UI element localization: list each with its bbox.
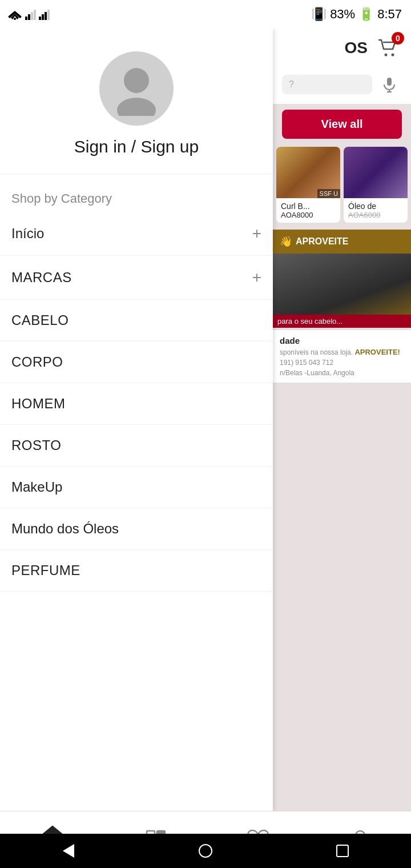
info-block: dade sponíveis na nossa loja. APROVEITE!…	[273, 330, 411, 383]
info-title: dade	[280, 336, 404, 345]
category-list: Início + MARCAS + CABELO CORPO HOMEM ROS…	[0, 212, 273, 811]
sidebar-item-corpo-label: CORPO	[11, 354, 63, 370]
mic-icon	[381, 77, 397, 93]
wifi-icon	[7, 9, 23, 20]
svg-point-14	[392, 54, 394, 57]
recents-square-icon	[336, 845, 349, 857]
search-placeholder: ?	[289, 79, 294, 90]
right-content-background: OS 0 ?	[273, 29, 411, 811]
product-info-1: Curl B... AOA8000	[276, 198, 340, 223]
home-button[interactable]	[188, 839, 223, 862]
sidebar-item-inicio[interactable]: Início +	[0, 212, 273, 256]
product-name-2: Óleo de	[348, 202, 403, 211]
svg-rect-10	[47, 10, 50, 20]
svg-rect-5	[31, 12, 33, 20]
sidebar-item-rosto[interactable]: ROSTO	[0, 425, 273, 467]
sidebar-profile: Sign in / Sign up	[0, 29, 273, 174]
avatar-icon	[108, 59, 165, 118]
promo-text: APROVEITE	[296, 236, 348, 247]
search-bar: ?	[273, 67, 411, 104]
plus-icon-inicio: +	[252, 224, 261, 243]
svg-rect-8	[42, 14, 44, 20]
info-phone: 191) 915 043 712	[280, 359, 404, 367]
info-promo: APROVEITE!	[354, 348, 400, 356]
sidebar-item-corpo[interactable]: CORPO	[0, 341, 273, 383]
svg-point-2	[14, 18, 16, 20]
avatar	[99, 51, 174, 126]
sidebar-item-homem[interactable]: HOMEM	[0, 383, 273, 425]
svg-point-12	[117, 98, 156, 116]
recents-button[interactable]	[325, 839, 360, 862]
app-title: OS	[345, 39, 368, 57]
sidebar-item-perfume[interactable]: PERFUME	[0, 550, 273, 592]
sidebar-item-makeup-label: MakeUp	[11, 479, 62, 495]
sidebar-item-inicio-label: Início	[11, 226, 44, 242]
app-header: OS 0	[273, 29, 411, 67]
sidebar-drawer: Sign in / Sign up Shop by Category Iníci…	[0, 29, 273, 811]
sidebar-item-makeup[interactable]: MakeUp	[0, 467, 273, 508]
svg-point-11	[124, 68, 149, 93]
sidebar-item-homem-label: HOMEM	[11, 396, 66, 412]
sidebar-item-cabelo[interactable]: CABELO	[0, 300, 273, 341]
view-all-section: View all	[273, 104, 411, 144]
sidebar-item-rosto-label: ROSTO	[11, 437, 61, 453]
search-input[interactable]: ?	[282, 75, 372, 94]
sidebar-item-marcas-label: MARCAS	[11, 270, 72, 286]
sign-in-label[interactable]: Sign in / Sign up	[63, 137, 210, 156]
status-bar: 📳 83% 🔋 8:57	[0, 0, 411, 29]
product-overlay-text: para o seu cabelo...	[273, 315, 411, 328]
promo-emoji: 👋	[280, 235, 292, 248]
battery-percent: 83%	[330, 7, 355, 22]
svg-point-13	[385, 54, 388, 57]
signal2-icon	[39, 9, 50, 20]
view-all-button[interactable]: View all	[282, 110, 402, 139]
svg-rect-6	[34, 10, 36, 20]
sidebar-item-perfume-label: PERFUME	[11, 562, 80, 578]
plus-icon-marcas: +	[252, 268, 261, 287]
main-container: Sign in / Sign up Shop by Category Iníci…	[0, 29, 411, 868]
svg-rect-4	[28, 14, 30, 20]
mic-button[interactable]	[377, 72, 402, 97]
svg-rect-9	[45, 12, 47, 20]
svg-rect-15	[387, 78, 392, 86]
home-circle-icon	[199, 844, 212, 858]
vibrate-icon: 📳	[311, 7, 327, 22]
product-image-large: para o seu cabelo...	[273, 254, 411, 328]
svg-rect-3	[25, 17, 27, 20]
back-button[interactable]	[51, 839, 86, 862]
sidebar-item-marcas[interactable]: MARCAS +	[0, 256, 273, 300]
product-badge-1: SSF U	[317, 189, 340, 198]
info-detail-1: sponíveis na nossa loja. APROVEITE!	[280, 348, 404, 356]
product-card-2[interactable]: Óleo de AOA6000	[344, 147, 408, 223]
product-name-1: Curl B...	[281, 202, 336, 211]
cart-button[interactable]: 0	[374, 34, 402, 62]
info-location: n/Belas -Luanda, Angola	[280, 369, 404, 377]
product-card-1[interactable]: SSF U Curl B... AOA8000	[276, 147, 340, 223]
category-section-header: Shop by Category	[0, 174, 273, 212]
signal-icon	[25, 9, 37, 20]
android-nav-bar	[0, 834, 411, 868]
back-icon	[63, 844, 74, 858]
status-right: 📳 83% 🔋 8:57	[311, 7, 402, 22]
product-image-2	[344, 147, 408, 198]
status-left	[7, 9, 50, 20]
svg-rect-7	[39, 17, 41, 20]
battery-icon: 🔋	[358, 7, 374, 22]
product-cards-row: SSF U Curl B... AOA8000 Óleo de AOA6000	[273, 144, 411, 230]
product-price-2: AOA6000	[348, 211, 403, 219]
product-price-1: AOA8000	[281, 211, 336, 219]
sidebar-item-mundo-oleos[interactable]: Mundo dos Óleos	[0, 508, 273, 550]
clock: 8:57	[377, 7, 402, 22]
product-image-1: SSF U	[276, 147, 340, 198]
promo-banner: 👋 APROVEITE	[273, 230, 411, 254]
sidebar-item-cabelo-label: CABELO	[11, 312, 68, 328]
cart-badge: 0	[392, 32, 404, 45]
product-info-2: Óleo de AOA6000	[344, 198, 408, 223]
sidebar-item-mundo-oleos-label: Mundo dos Óleos	[11, 521, 119, 537]
